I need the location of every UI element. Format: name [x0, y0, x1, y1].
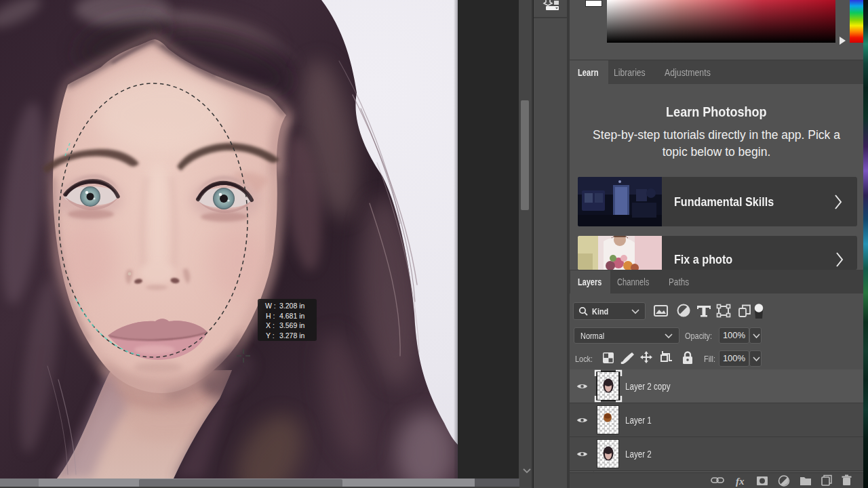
svg-text:3.569 in: 3.569 in: [279, 321, 305, 329]
svg-text:4.681 in: 4.681 in: [279, 312, 305, 320]
svg-text:3.278 in: 3.278 in: [279, 331, 305, 340]
svg-text:fx: fx: [736, 476, 745, 487]
svg-text:W :: W :: [265, 302, 276, 310]
svg-text:Y :: Y :: [266, 331, 275, 340]
svg-text:H :: H :: [266, 312, 275, 320]
svg-text:3.208 in: 3.208 in: [279, 302, 305, 310]
svg-text:X :: X :: [266, 321, 275, 329]
